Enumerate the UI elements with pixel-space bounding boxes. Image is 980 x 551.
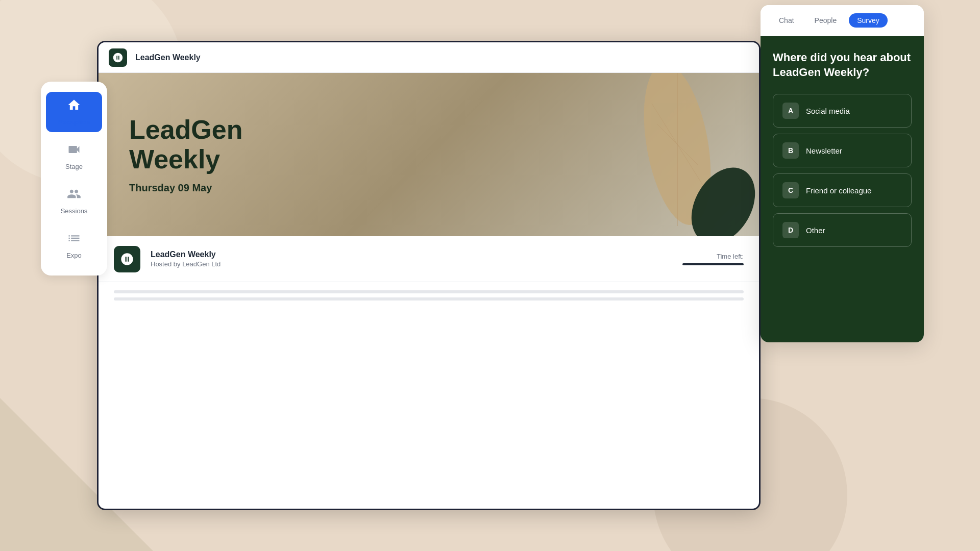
option-d-text: Other xyxy=(806,226,825,235)
video-icon xyxy=(67,142,81,160)
tab-chat[interactable]: Chat xyxy=(771,13,802,28)
survey-option-c[interactable]: C Friend or colleague xyxy=(773,173,912,207)
sidebar-item-stage[interactable]: Stage xyxy=(46,136,102,177)
time-left-section: Time left: xyxy=(682,253,744,265)
sidebar-item-expo[interactable]: Expo xyxy=(46,225,102,265)
browser-title: LeadGen Weekly xyxy=(135,53,201,62)
survey-option-a[interactable]: A Social media xyxy=(773,94,912,128)
option-c-letter: C xyxy=(782,182,799,198)
browser-logo xyxy=(109,48,127,67)
hero-content: LeadGen Weekly Thursday 09 May xyxy=(129,115,243,193)
survey-panel: Chat People Survey Where did you hear ab… xyxy=(761,5,924,342)
option-d-letter: D xyxy=(782,222,799,238)
sidebar: Reception Stage Sessions xyxy=(41,82,107,276)
people-icon xyxy=(67,187,81,204)
home-icon xyxy=(67,98,81,115)
svg-line-3 xyxy=(657,124,698,165)
progress-bar-2 xyxy=(114,297,744,300)
stage-label: Stage xyxy=(65,163,83,170)
option-c-text: Friend or colleague xyxy=(806,186,871,195)
svg-point-0 xyxy=(633,73,722,230)
event-logo xyxy=(114,246,140,272)
survey-option-b[interactable]: B Newsletter xyxy=(773,134,912,167)
info-bar: LeadGen Weekly Hosted by LeadGen Ltd Tim… xyxy=(99,236,759,282)
event-host: Hosted by LeadGen Ltd xyxy=(151,260,672,268)
browser-header: LeadGen Weekly xyxy=(99,42,759,73)
survey-question: Where did you hear about LeadGen Weekly? xyxy=(773,51,912,80)
sidebar-item-sessions[interactable]: Sessions xyxy=(46,181,102,221)
option-a-text: Social media xyxy=(806,107,850,115)
hero-date: Thursday 09 May xyxy=(129,182,243,194)
survey-tabs: Chat People Survey xyxy=(761,5,924,36)
hero-title: LeadGen Weekly xyxy=(129,115,243,173)
progress-bar-1 xyxy=(114,290,744,293)
expo-icon xyxy=(67,231,81,248)
tab-people[interactable]: People xyxy=(806,13,845,28)
svg-point-4 xyxy=(678,156,759,236)
reception-label: Reception xyxy=(58,118,90,126)
svg-line-2 xyxy=(652,104,703,185)
survey-body: Where did you hear about LeadGen Weekly?… xyxy=(761,36,924,342)
hero-leaf-decoration xyxy=(504,73,759,236)
option-b-letter: B xyxy=(782,142,799,159)
event-info: LeadGen Weekly Hosted by LeadGen Ltd xyxy=(151,250,672,268)
main-container: Reception Stage Sessions xyxy=(66,41,914,510)
progress-section xyxy=(99,282,759,309)
time-left-label: Time left: xyxy=(717,253,744,260)
time-bar xyxy=(682,263,744,265)
sidebar-item-reception[interactable]: Reception xyxy=(46,92,102,132)
option-a-letter: A xyxy=(782,103,799,119)
expo-label: Expo xyxy=(66,252,82,259)
option-b-text: Newsletter xyxy=(806,146,842,155)
survey-option-d[interactable]: D Other xyxy=(773,213,912,247)
event-name: LeadGen Weekly xyxy=(151,250,672,259)
hero-banner: LeadGen Weekly Thursday 09 May xyxy=(99,73,759,236)
tab-survey[interactable]: Survey xyxy=(849,13,888,28)
sessions-label: Sessions xyxy=(61,207,88,215)
browser-window: LeadGen Weekly LeadGen Weekly Thursda xyxy=(97,41,761,510)
